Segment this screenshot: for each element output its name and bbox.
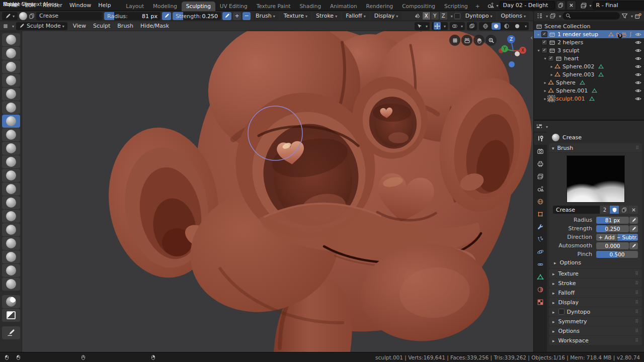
workspace-tab-modeling[interactable]: Modeling [148, 2, 182, 11]
tool-clay-strips[interactable] [2, 60, 20, 73]
tool-mask[interactable] [2, 295, 20, 308]
visibility-eye-icon[interactable] [635, 39, 641, 46]
expand-arrow[interactable] [549, 64, 554, 69]
filter-funnel-icon[interactable] [621, 13, 628, 19]
section-texture[interactable]: Texture [549, 269, 642, 278]
active-tool-selector[interactable] [2, 12, 18, 20]
outliner-row-2-helpers[interactable]: 2 helpers [534, 38, 644, 46]
radius-pressure-toggle[interactable] [162, 12, 171, 20]
menu-window[interactable]: Window [66, 1, 95, 10]
mode-selector[interactable]: Sculpt Mode [16, 22, 67, 30]
properties-tab-modifiers[interactable] [534, 221, 547, 233]
properties-tab-tool[interactable] [534, 133, 547, 145]
pan-button[interactable] [473, 35, 485, 46]
tool-pose[interactable] [2, 237, 20, 250]
shading-wireframe-button[interactable] [481, 23, 490, 30]
symmetry-z-toggle[interactable]: Z [439, 12, 448, 20]
viewport-menu-brush[interactable]: Brush [114, 22, 137, 30]
direction-subtract-button[interactable]: − [243, 12, 251, 20]
shading-solid-button[interactable] [492, 23, 501, 30]
scene-name-field[interactable]: Day 02 - Delight [500, 1, 555, 10]
tool-inflate[interactable] [2, 87, 20, 101]
duplicate-brush-button[interactable] [619, 206, 628, 214]
drag-dots-icon[interactable] [635, 290, 638, 295]
outliner-row-heart[interactable]: heart [534, 54, 644, 62]
properties-tab-scene[interactable] [534, 183, 547, 195]
tool-smooth[interactable] [2, 128, 20, 141]
tool-rotate[interactable] [2, 264, 20, 277]
search-input[interactable] [573, 13, 605, 19]
camera-view-button[interactable] [461, 35, 472, 46]
symmetry-x-toggle[interactable]: X [422, 12, 431, 20]
radius-pressure-toggle[interactable] [629, 217, 638, 224]
expand-arrow[interactable] [542, 56, 548, 61]
section-stroke[interactable]: Stroke [549, 279, 642, 288]
brush-preview-thumb[interactable] [19, 12, 27, 20]
new-scene-button[interactable] [556, 1, 566, 10]
visibility-eye-icon[interactable] [635, 47, 641, 54]
properties-tab-object[interactable] [534, 208, 547, 220]
strength-slider[interactable]: Strength: 0.250 [173, 12, 221, 20]
section-falloff[interactable]: Falloff [549, 288, 642, 297]
visibility-eye-icon[interactable] [635, 71, 641, 78]
unlink-brush-button[interactable] [629, 206, 638, 214]
texture-dropdown[interactable]: Texture [280, 12, 311, 20]
sidebar-collapse-arrow[interactable] [530, 34, 533, 41]
strength-pressure-toggle[interactable] [222, 12, 231, 20]
stroke-dropdown[interactable]: Stroke [312, 12, 341, 20]
section-symmetry[interactable]: Symmetry [549, 317, 642, 326]
outliner-row-scene-collection[interactable]: Scene Collection [534, 22, 644, 30]
workspace-tab-texture-paint[interactable]: Texture Paint [252, 2, 295, 11]
workspace-tab-compositing[interactable]: Compositing [397, 2, 440, 11]
outliner-row-sphere-002[interactable]: Sphere.002 [534, 62, 644, 70]
section-dyntopo[interactable]: Dyntopo [549, 307, 642, 316]
brush-users-count[interactable]: 2 [600, 206, 609, 214]
radius-slider[interactable]: 81 px [596, 217, 629, 224]
object-visibility-dropdown[interactable] [415, 22, 430, 30]
workspace-tab-rendering[interactable]: Rendering [362, 2, 398, 11]
tool-clay[interactable] [2, 47, 20, 60]
outliner-row-sphere-001[interactable]: Sphere.001 [534, 86, 644, 95]
visibility-eye-icon[interactable] [635, 55, 641, 62]
workspace-tab-layout[interactable]: Layout [121, 2, 148, 11]
workspace-tab-shading[interactable]: Shading [295, 2, 326, 11]
visibility-eye-icon[interactable] [635, 96, 641, 102]
tool-scrape[interactable] [2, 169, 20, 182]
direction-subtr--button[interactable]: − Subtr.. [617, 234, 638, 241]
viewport-menu-hide-mask[interactable]: Hide/Mask [137, 22, 173, 30]
properties-tab-texture[interactable] [534, 296, 547, 308]
properties-tab-constraints[interactable] [534, 258, 547, 270]
shading-rendered-button[interactable] [513, 23, 522, 30]
tool-flatten[interactable] [2, 142, 20, 155]
outliner-search[interactable] [562, 12, 620, 20]
display-dropdown[interactable]: Display [371, 12, 402, 20]
drag-dots-icon[interactable] [635, 271, 638, 276]
drag-dots-icon[interactable] [635, 319, 638, 324]
new-collection-icon[interactable] [634, 13, 641, 20]
ortho-grid-button[interactable] [449, 35, 460, 46]
brush-panel-header[interactable]: Brush [549, 143, 642, 152]
properties-tab-data[interactable] [534, 271, 547, 283]
direction-add-button[interactable]: + [233, 12, 241, 20]
tool-fill[interactable] [2, 155, 20, 168]
direction-add-button[interactable]: + Add [596, 234, 617, 241]
brush-dropdown[interactable]: Brush [252, 12, 279, 20]
viewport-menu-view[interactable]: View [69, 22, 90, 30]
workspace-tab-scripting[interactable]: Scripting [440, 2, 472, 11]
tool-draw[interactable] [2, 33, 20, 46]
dyntopo-checkbox[interactable] [558, 309, 565, 315]
tool-blob[interactable] [2, 101, 20, 114]
outliner-row-3-sculpt[interactable]: 3 sculpt [534, 46, 644, 54]
tool-nudge[interactable] [2, 250, 20, 263]
properties-tab-particles[interactable] [534, 233, 547, 245]
tool-thumb[interactable] [2, 223, 20, 236]
add-workspace-button[interactable]: + [472, 2, 483, 11]
collection-checkbox[interactable] [541, 47, 547, 53]
expand-arrow[interactable] [542, 88, 548, 93]
brush-name-input[interactable]: Crease [553, 206, 600, 214]
collection-checkbox[interactable] [541, 39, 547, 45]
visibility-eye-icon[interactable] [635, 79, 641, 86]
properties-tab-world[interactable] [534, 196, 547, 208]
falloff-dropdown[interactable]: Falloff [342, 12, 369, 20]
xray-toggle[interactable] [467, 22, 477, 30]
